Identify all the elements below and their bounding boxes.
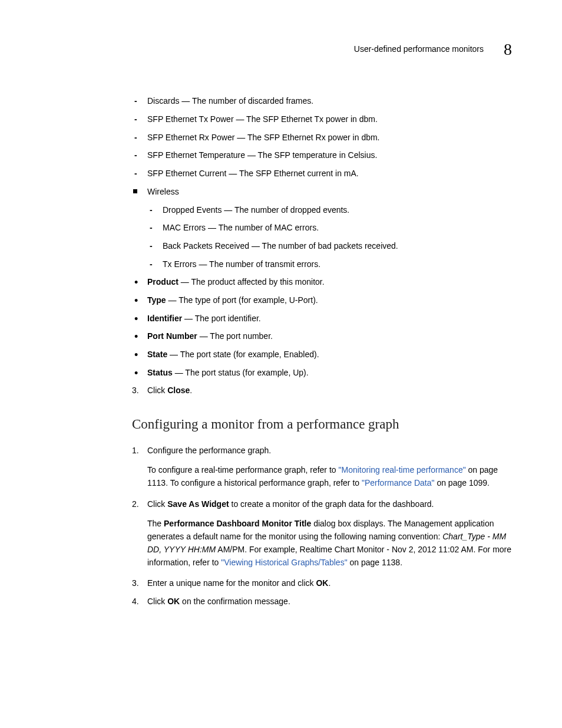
- term: State: [147, 350, 167, 359]
- save-as-widget-label: Save As Widget: [167, 499, 229, 509]
- step-number: 3.: [132, 384, 139, 397]
- page-header: User-defined performance monitors 8: [132, 37, 512, 62]
- text: on the confirmation message.: [180, 597, 290, 606]
- list-item: Identifier — The port identifier.: [132, 312, 512, 325]
- link-realtime[interactable]: "Monitoring real-time performance": [339, 465, 466, 475]
- text: on page 1099.: [435, 478, 490, 487]
- text: on page 1138.: [348, 558, 402, 567]
- dash-list-2: Dropped Events — The number of dropped e…: [147, 204, 512, 271]
- list-item: SFP Ethernet Rx Power — The SFP Ethernet…: [132, 131, 512, 144]
- list-item-wireless: Wireless Dropped Events — The number of …: [132, 186, 512, 271]
- desc: — The port identifier.: [182, 314, 261, 323]
- list-item: Dropped Events — The number of dropped e…: [147, 204, 512, 217]
- steps-lower: 1. Configure the performance graph. To c…: [132, 444, 512, 608]
- ok-label: OK: [316, 578, 328, 588]
- step-number: 2.: [132, 498, 139, 511]
- list-item: Tx Errors — The number of transmit error…: [147, 258, 512, 271]
- link-performance-data[interactable]: "Performance Data": [362, 478, 435, 487]
- list-item: SFP Ethernet Current — The SFP Ethernet …: [132, 167, 512, 180]
- step-number: 3.: [132, 577, 139, 590]
- list-item: Product — The product affected by this m…: [132, 276, 512, 289]
- ok-label: OK: [167, 597, 180, 606]
- step-text: Configure the performance graph.: [147, 446, 271, 455]
- link-historical-graphs[interactable]: "Viewing Historical Graphs/Tables": [221, 558, 347, 567]
- text: .: [190, 386, 192, 395]
- step-number: 1.: [132, 444, 139, 457]
- desc: — The port number.: [197, 331, 273, 341]
- list-item: Port Number — The port number.: [132, 330, 512, 343]
- list-item: SFP Ethernet Tx Power — The SFP Ethernet…: [132, 113, 512, 126]
- list-item: Discards — The number of discarded frame…: [132, 95, 512, 108]
- text: Click: [147, 597, 167, 606]
- text: Click: [147, 386, 167, 395]
- wireless-label: Wireless: [147, 187, 179, 196]
- square-list: Wireless Dropped Events — The number of …: [132, 186, 512, 271]
- list-item: Status — The port status (for example, U…: [132, 367, 512, 380]
- disc-list: Product — The product affected by this m…: [132, 276, 512, 379]
- step-body: The Performance Dashboard Monitor Title …: [147, 518, 512, 569]
- step-body: To configure a real-time performance gra…: [147, 464, 512, 489]
- step-4: 4. Click OK on the confirmation message.: [132, 595, 512, 608]
- term: Identifier: [147, 314, 182, 323]
- dash-list-1: Discards — The number of discarded frame…: [132, 95, 512, 180]
- step-number: 4.: [132, 595, 139, 608]
- list-item: Type — The type of port (for example, U-…: [132, 294, 512, 307]
- page-content: User-defined performance monitors 8 Disc…: [0, 0, 562, 608]
- text: The: [147, 519, 164, 528]
- step-1: 1. Configure the performance graph. To c…: [132, 444, 512, 490]
- desc: — The port status (for example, Up).: [173, 368, 309, 377]
- desc: — The product affected by this monitor.: [178, 277, 325, 286]
- steps-upper: 3. Click Close.: [132, 384, 512, 397]
- term: Port Number: [147, 331, 197, 341]
- text: to create a monitor of the graph data fo…: [229, 499, 434, 509]
- section-heading: Configuring a monitor from a performance…: [132, 414, 512, 435]
- step-3b: 3. Enter a unique name for the monitor a…: [132, 577, 512, 590]
- list-item: Back Packets Received — The number of ba…: [147, 240, 512, 253]
- list-item: SFP Ethernet Temperature — The SFP tempe…: [132, 149, 512, 162]
- chapter-number: 8: [504, 37, 512, 62]
- step-2: 2. Click Save As Widget to create a moni…: [132, 498, 512, 569]
- list-item: State — The port state (for example, Ena…: [132, 348, 512, 361]
- text: Enter a unique name for the monitor and …: [147, 578, 316, 588]
- text: Click: [147, 499, 167, 509]
- list-item: MAC Errors — The number of MAC errors.: [147, 222, 512, 235]
- step-3: 3. Click Close.: [132, 384, 512, 397]
- desc: — The port state (for example, Enabled).: [167, 350, 319, 359]
- desc: — The type of port (for example, U-Port)…: [166, 295, 318, 305]
- text: To configure a real-time performance gra…: [147, 465, 339, 475]
- close-label: Close: [167, 386, 190, 395]
- term: Type: [147, 295, 166, 305]
- term: Product: [147, 277, 178, 286]
- text: .: [328, 578, 330, 588]
- dialog-title-label: Performance Dashboard Monitor Title: [164, 519, 311, 528]
- term: Status: [147, 368, 173, 377]
- header-title: User-defined performance monitors: [354, 43, 484, 56]
